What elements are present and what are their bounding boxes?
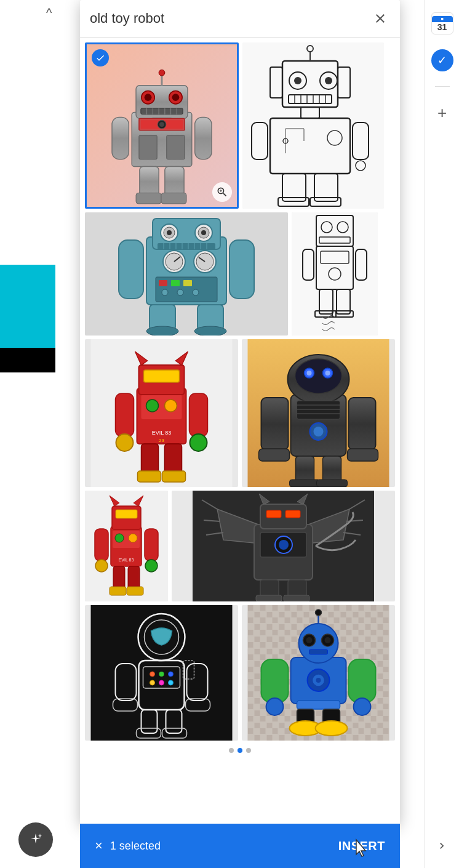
svg-rect-151 xyxy=(317,480,348,487)
svg-text:EVIL 83: EVIL 83 xyxy=(119,558,134,562)
dialog-header: old toy robot xyxy=(80,0,400,38)
image-cell-5[interactable]: EVIL 83 23 xyxy=(85,339,238,487)
zoom-svg xyxy=(216,186,228,198)
svg-rect-189 xyxy=(284,595,309,601)
svg-point-200 xyxy=(169,680,174,685)
search-query-text: old toy robot xyxy=(90,10,370,26)
svg-point-95 xyxy=(146,326,178,336)
svg-rect-147 xyxy=(348,449,378,461)
svg-point-223 xyxy=(325,637,331,643)
svg-point-115 xyxy=(165,400,177,412)
image-row-2 xyxy=(85,212,395,336)
svg-rect-129 xyxy=(162,471,186,482)
image-cell-8[interactable] xyxy=(172,491,395,601)
svg-rect-92 xyxy=(230,240,254,299)
image-row-3: EVIL 83 23 xyxy=(85,339,395,487)
svg-point-156 xyxy=(129,534,137,542)
sidebar: ■ 31 ✓ + xyxy=(425,0,459,868)
gcal-date: 31 xyxy=(437,22,447,31)
image-cell-6[interactable] xyxy=(242,339,395,487)
image-cell-1[interactable] xyxy=(85,42,239,209)
svg-rect-144 xyxy=(261,398,289,450)
gcal-month: ■ xyxy=(441,17,443,21)
tasks-checkmark: ✓ xyxy=(437,54,447,67)
cancel-icon: × xyxy=(95,838,103,854)
svg-rect-22 xyxy=(195,117,212,159)
close-button[interactable] xyxy=(370,9,390,28)
robot-image-9 xyxy=(85,605,238,741)
image-row-5 xyxy=(85,605,395,741)
svg-rect-168 xyxy=(110,587,126,595)
image-cell-9[interactable] xyxy=(85,605,238,741)
svg-point-133 xyxy=(295,359,342,393)
next-arrow-icon xyxy=(436,840,448,852)
robot-image-7: EVIL 83 xyxy=(85,491,168,601)
svg-point-221 xyxy=(306,637,313,643)
svg-text:EVIL 83: EVIL 83 xyxy=(152,430,172,436)
svg-rect-150 xyxy=(290,480,321,487)
svg-rect-21 xyxy=(112,117,129,159)
sidebar-separator xyxy=(435,86,450,87)
svg-rect-24 xyxy=(165,166,184,196)
svg-rect-123 xyxy=(190,393,208,436)
svg-point-6 xyxy=(172,94,180,101)
svg-rect-91 xyxy=(119,240,143,299)
svg-point-217 xyxy=(316,678,321,683)
svg-point-124 xyxy=(116,434,134,451)
next-arrow-button[interactable] xyxy=(425,836,459,856)
close-icon xyxy=(373,11,388,26)
image-cell-7[interactable]: EVIL 83 xyxy=(85,491,168,601)
insert-button[interactable]: INSERT xyxy=(338,839,385,853)
svg-rect-138 xyxy=(297,401,340,419)
robot-image-4 xyxy=(292,212,378,336)
svg-point-90 xyxy=(193,289,199,295)
image-cell-3[interactable] xyxy=(85,212,288,336)
black-block xyxy=(0,348,55,372)
svg-rect-163 xyxy=(145,529,158,561)
image-cell-10[interactable] xyxy=(242,605,395,741)
image-cell-4[interactable] xyxy=(292,212,378,336)
svg-point-125 xyxy=(190,434,207,451)
svg-rect-158 xyxy=(116,510,137,518)
google-calendar-icon[interactable]: ■ 31 xyxy=(431,12,453,34)
svg-point-143 xyxy=(314,427,324,436)
up-arrow-button[interactable]: ^ xyxy=(46,6,52,20)
svg-point-195 xyxy=(150,672,155,677)
image-row-1 xyxy=(85,42,395,209)
svg-rect-218 xyxy=(297,701,340,709)
robot-image-2 xyxy=(242,42,384,209)
svg-point-33 xyxy=(294,77,301,84)
gcal-header: ■ xyxy=(432,16,453,22)
svg-point-198 xyxy=(150,680,155,685)
image-row-4: EVIL 83 xyxy=(85,491,395,601)
svg-rect-29 xyxy=(242,42,384,209)
cancel-selection-button[interactable]: × 1 selected xyxy=(95,838,161,854)
page-indicator xyxy=(85,744,395,757)
svg-rect-224 xyxy=(309,649,328,654)
image-cell-2[interactable] xyxy=(242,42,384,209)
svg-point-196 xyxy=(159,672,164,677)
svg-rect-25 xyxy=(136,193,161,204)
svg-point-135 xyxy=(307,371,312,376)
svg-point-165 xyxy=(145,560,158,572)
zoom-icon-1[interactable] xyxy=(212,182,232,202)
image-search-dialog: old toy robot xyxy=(80,0,400,825)
svg-point-232 xyxy=(316,721,348,736)
svg-rect-26 xyxy=(161,193,186,204)
add-app-button[interactable]: + xyxy=(431,102,453,124)
ai-assist-button[interactable] xyxy=(18,822,53,857)
svg-rect-122 xyxy=(116,393,134,436)
svg-rect-185 xyxy=(285,510,300,518)
svg-point-34 xyxy=(325,77,332,84)
svg-rect-128 xyxy=(138,471,161,482)
svg-point-96 xyxy=(194,326,226,336)
svg-point-88 xyxy=(162,289,168,295)
selected-checkmark-1 xyxy=(92,49,109,66)
svg-point-114 xyxy=(146,400,159,412)
svg-point-199 xyxy=(159,680,164,685)
google-tasks-icon[interactable]: ✓ xyxy=(431,49,453,71)
image-grid-area[interactable]: EVIL 83 23 xyxy=(80,38,400,825)
teal-block xyxy=(0,265,55,348)
svg-point-89 xyxy=(177,289,183,295)
svg-point-227 xyxy=(266,698,284,715)
